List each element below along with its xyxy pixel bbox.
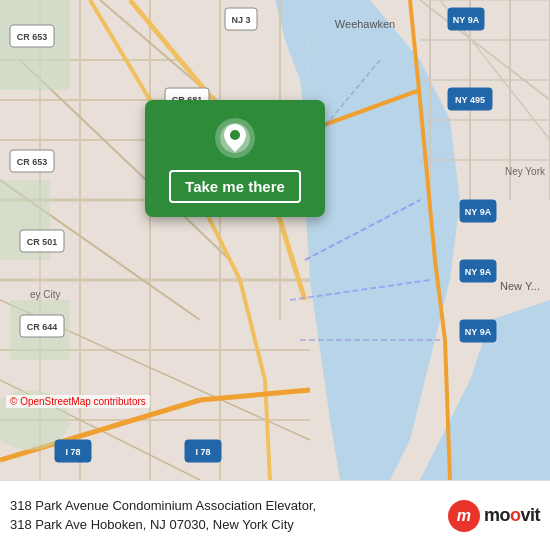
moovit-icon [448,500,480,532]
svg-text:Ney York: Ney York [505,166,546,177]
svg-text:New Y...: New Y... [500,280,540,292]
svg-text:NY 9A: NY 9A [465,207,492,217]
svg-text:ey City: ey City [30,289,61,300]
svg-point-89 [230,130,240,140]
address-line2: 318 Park Ave Hoboken, NJ 07030, New York… [10,516,438,534]
location-pin-icon [213,116,257,160]
svg-text:CR 501: CR 501 [27,237,58,247]
bottom-bar: 318 Park Avenue Condominium Association … [0,480,550,550]
moovit-text: moovit [484,505,540,526]
take-me-there-button[interactable]: Take me there [169,170,301,203]
address-line1: 318 Park Avenue Condominium Association … [10,497,438,515]
svg-text:NY 9A: NY 9A [465,327,492,337]
svg-text:Weehawken: Weehawken [335,18,395,30]
svg-text:I 78: I 78 [195,447,210,457]
svg-text:NY 9A: NY 9A [465,267,492,277]
osm-attribution: © OpenStreetMap contributors [6,395,150,408]
bottom-bar-address: 318 Park Avenue Condominium Association … [10,497,438,533]
map-container: CR 653 CR 653 CR 681 CR 501 CR 644 NJ 3 … [0,0,550,480]
svg-text:CR 653: CR 653 [17,157,48,167]
svg-text:NY 495: NY 495 [455,95,485,105]
svg-text:NJ 3: NJ 3 [231,15,250,25]
svg-text:CR 653: CR 653 [17,32,48,42]
svg-text:NY 9A: NY 9A [453,15,480,25]
popup-card: Take me there [145,100,325,217]
map-background: CR 653 CR 653 CR 681 CR 501 CR 644 NJ 3 … [0,0,550,480]
svg-text:CR 644: CR 644 [27,322,58,332]
svg-text:I 78: I 78 [65,447,80,457]
moovit-logo: moovit [448,500,540,532]
